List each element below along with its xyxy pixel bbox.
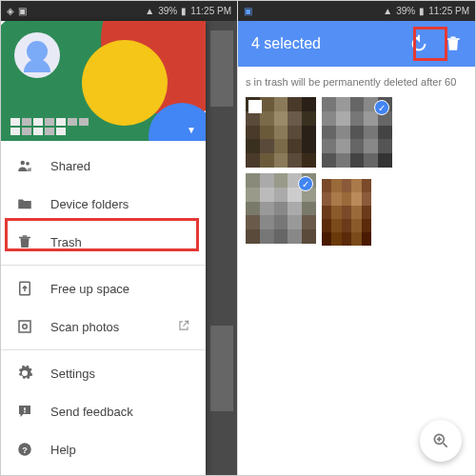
svg-rect-6	[24, 411, 26, 413]
menu-label: Help	[50, 443, 76, 457]
svg-point-0	[21, 161, 26, 166]
status-bar-left: ◈ ▣ ▲ 39% ▮ 11:25 PM	[1, 1, 237, 21]
svg-rect-3	[19, 321, 30, 332]
signal-icon: ▲	[383, 6, 392, 16]
svg-point-1	[26, 162, 30, 166]
scan-icon	[16, 318, 33, 335]
help-icon: ?	[16, 441, 33, 458]
right-screenshot: ▣ ▲ 39% ▮ 11:25 PM 4 selected s in trash…	[238, 1, 475, 475]
cast-icon: ▣	[244, 6, 252, 16]
wifi-icon: ◈	[7, 6, 14, 16]
selected-check-icon: ✓	[374, 100, 389, 115]
svg-rect-5	[24, 407, 26, 410]
selection-count: 4 selected	[251, 35, 397, 52]
signal-icon: ▲	[145, 6, 154, 16]
account-name-obscured	[10, 118, 96, 135]
menu-settings[interactable]: Settings	[1, 354, 206, 392]
photo-grid: ✓ ✓	[238, 97, 475, 246]
photo-thumb[interactable]	[322, 179, 371, 246]
menu-help[interactable]: ? Help	[1, 430, 206, 468]
divider	[1, 349, 206, 350]
menu-shared[interactable]: Shared	[1, 147, 206, 185]
menu-label: Shared	[50, 159, 90, 173]
battery-icon: ▮	[419, 6, 425, 16]
menu-trash[interactable]: Trash	[1, 223, 206, 261]
freeup-icon	[16, 280, 33, 297]
battery-text: 39%	[396, 6, 415, 16]
drawer-header[interactable]: ▼	[1, 21, 206, 141]
people-icon	[16, 157, 33, 174]
menu-label: Scan photos	[50, 320, 119, 334]
trash-icon	[16, 233, 33, 250]
open-external-icon	[177, 319, 190, 335]
menu-label: Free up space	[50, 282, 129, 296]
photo-thumb[interactable]	[246, 97, 316, 168]
photo-thumb[interactable]: ✓	[322, 97, 392, 168]
cast-icon: ▣	[18, 6, 27, 16]
left-screenshot: ◈ ▣ ▲ 39% ▮ 11:25 PM	[1, 1, 238, 475]
clock-text: 11:25 PM	[428, 6, 469, 16]
battery-icon: ▮	[181, 6, 187, 16]
menu-free-up-space[interactable]: Free up space	[1, 269, 206, 307]
menu-send-feedback[interactable]: Send feedback	[1, 392, 206, 430]
clock-text: 11:25 PM	[190, 6, 231, 16]
folder-icon	[16, 195, 33, 212]
avatar[interactable]	[14, 32, 60, 78]
photo-thumb[interactable]: ✓	[246, 173, 316, 244]
navigation-drawer: ▼ Shared Device folders Trash	[1, 21, 206, 475]
gear-icon	[16, 365, 33, 382]
menu-label: Trash	[50, 235, 82, 249]
drawer-menu: Shared Device folders Trash Free up spac…	[1, 141, 206, 474]
menu-scan-photos[interactable]: Scan photos	[1, 307, 206, 346]
battery-text: 39%	[158, 6, 177, 16]
menu-label: Settings	[50, 367, 95, 381]
svg-text:?: ?	[22, 446, 28, 455]
menu-label: Send feedback	[50, 405, 133, 419]
unselected-check-icon	[248, 100, 262, 113]
highlight-restore	[413, 27, 447, 61]
feedback-icon	[16, 403, 33, 420]
selected-check-icon: ✓	[298, 176, 313, 191]
chevron-down-icon[interactable]: ▼	[187, 125, 196, 135]
status-bar-right: ▣ ▲ 39% ▮ 11:25 PM	[238, 1, 475, 21]
divider	[1, 265, 206, 266]
zoom-fab[interactable]	[420, 420, 462, 462]
trash-info-text: s in trash will be permanently deleted a…	[238, 67, 475, 97]
menu-label: Device folders	[50, 197, 129, 211]
svg-point-4	[23, 325, 28, 329]
menu-device-folders[interactable]: Device folders	[1, 185, 206, 223]
